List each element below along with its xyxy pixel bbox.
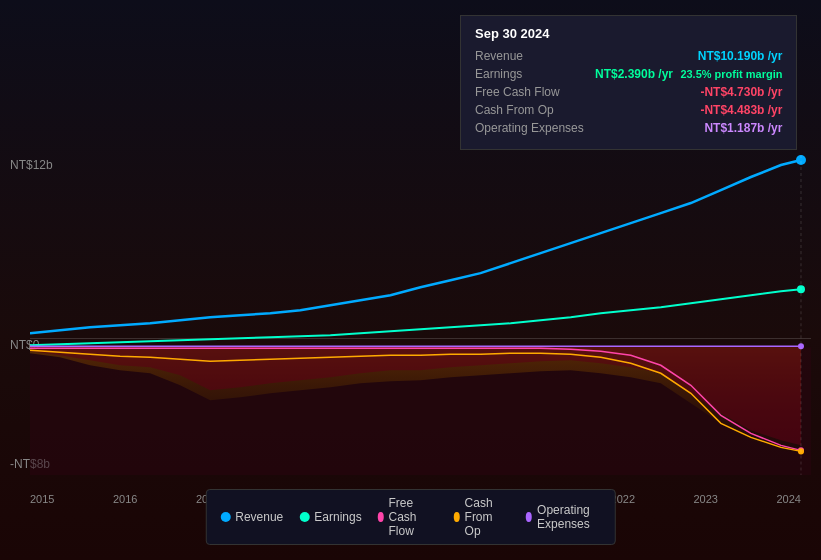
tooltip-value-revenue: NT$10.190b /yr [698,49,783,63]
tooltip-title: Sep 30 2024 [475,26,782,41]
tooltip-value-opex: NT$1.187b /yr [704,121,782,135]
tooltip-label-cashfromop: Cash From Op [475,103,595,117]
tooltip-row-revenue: Revenue NT$10.190b /yr [475,49,782,63]
legend-dot-opex [526,512,532,522]
chart-svg [30,155,811,475]
chart-container: Sep 30 2024 Revenue NT$10.190b /yr Earni… [0,0,821,560]
x-label-2016: 2016 [113,493,137,505]
legend-item-revenue[interactable]: Revenue [220,510,283,524]
tooltip-row-cashfromop: Cash From Op -NT$4.483b /yr [475,103,782,117]
legend-label-cashfromop: Cash From Op [465,496,511,538]
legend-label-earnings: Earnings [314,510,361,524]
legend-dot-revenue [220,512,230,522]
tooltip-label-opex: Operating Expenses [475,121,595,135]
legend-dot-cashfromop [454,512,460,522]
tooltip-value-fcf: -NT$4.730b /yr [700,85,782,99]
tooltip: Sep 30 2024 Revenue NT$10.190b /yr Earni… [460,15,797,150]
legend-label-revenue: Revenue [235,510,283,524]
legend-item-opex[interactable]: Operating Expenses [526,503,601,531]
x-label-2024: 2024 [776,493,800,505]
legend-dot-earnings [299,512,309,522]
tooltip-row-earnings: Earnings NT$2.390b /yr 23.5% profit marg… [475,67,782,81]
tooltip-label-fcf: Free Cash Flow [475,85,595,99]
legend-item-earnings[interactable]: Earnings [299,510,361,524]
x-label-2023: 2023 [694,493,718,505]
profit-margin: 23.5% profit margin [680,68,782,80]
legend-label-opex: Operating Expenses [537,503,601,531]
legend-dot-fcf [378,512,384,522]
x-label-2015: 2015 [30,493,54,505]
tooltip-label-earnings: Earnings [475,67,595,81]
legend-item-fcf[interactable]: Free Cash Flow [378,496,438,538]
tooltip-row-opex: Operating Expenses NT$1.187b /yr [475,121,782,135]
tooltip-label-revenue: Revenue [475,49,595,63]
legend-label-fcf: Free Cash Flow [388,496,437,538]
tooltip-row-fcf: Free Cash Flow -NT$4.730b /yr [475,85,782,99]
tooltip-value-earnings: NT$2.390b /yr 23.5% profit margin [595,67,782,81]
tooltip-value-cashfromop: -NT$4.483b /yr [700,103,782,117]
legend-item-cashfromop[interactable]: Cash From Op [454,496,510,538]
legend: Revenue Earnings Free Cash Flow Cash Fro… [205,489,616,545]
